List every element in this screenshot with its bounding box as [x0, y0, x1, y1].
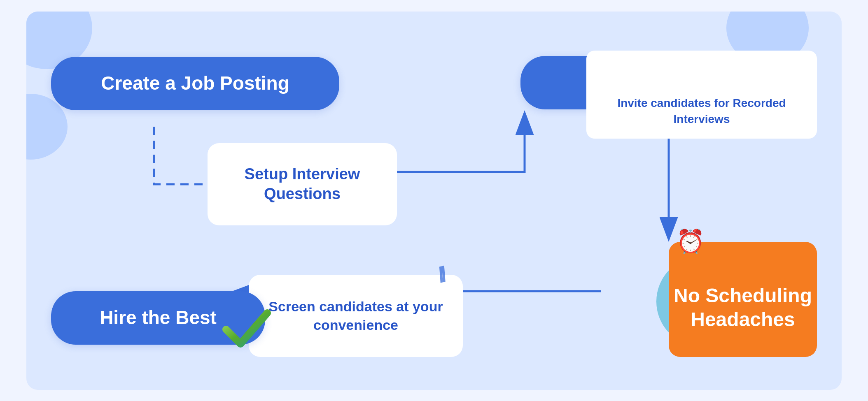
no-scheduling-node: No Scheduling Headaches ⏰ [669, 242, 817, 357]
diagram-container: Create a Job Posting Setup Interview Que… [26, 12, 842, 390]
no-scheduling-label: No Scheduling Headaches [669, 284, 817, 331]
send-invites-subtitle: Invite candidates for Recorded Interview… [600, 95, 804, 127]
setup-interview-label: Setup Interview Questions [208, 156, 397, 212]
clock-icon: ⏰ [676, 227, 705, 256]
setup-interview-node: Setup Interview Questions [208, 143, 397, 225]
create-job-node: Create a Job Posting [51, 57, 339, 110]
checkmark-icon [222, 307, 271, 354]
create-job-label: Create a Job Posting [101, 72, 289, 95]
screen-candidates-node: Screen candidates at your convenience [249, 275, 463, 357]
screen-candidates-label: Screen candidates at your convenience [249, 289, 463, 342]
send-invites-description-box: Invite candidates for Recorded Interview… [586, 51, 817, 139]
hire-best-label: Hire the Best [100, 306, 217, 329]
